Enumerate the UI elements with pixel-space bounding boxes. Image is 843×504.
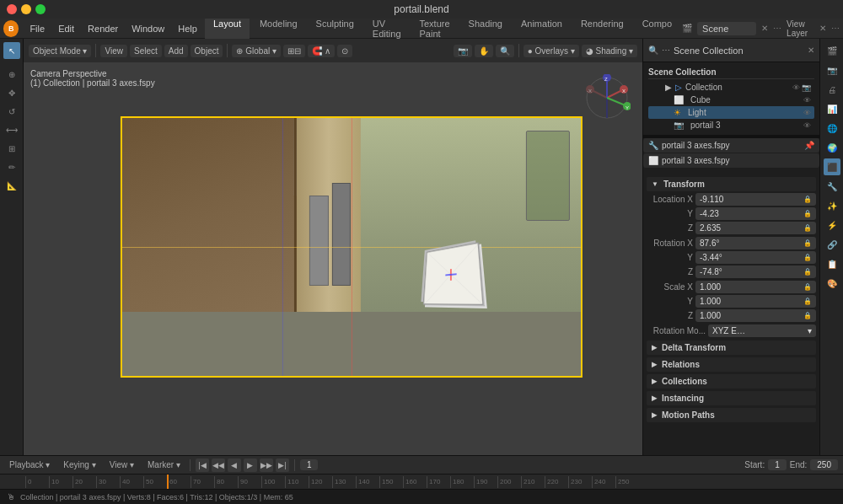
transform-section[interactable]: ▼ Transform <box>647 177 816 191</box>
current-frame[interactable]: 1 <box>300 459 319 470</box>
tool-cursor[interactable]: ⊕ <box>3 66 20 83</box>
scene-input[interactable] <box>697 22 756 35</box>
rotation-x-value[interactable]: 87.6° 🔒 <box>695 237 816 249</box>
props-object-icon[interactable]: ⬛ <box>824 158 840 175</box>
collection-item-light[interactable]: ☀ Light 👁 <box>648 106 814 119</box>
collections-section[interactable]: ▶ Collections <box>647 374 816 389</box>
location-x-value[interactable]: -9.110 🔒 <box>695 193 816 206</box>
collection-item-portail[interactable]: 📷 portail 3 👁 <box>648 119 814 131</box>
tab-layout[interactable]: Layout <box>205 17 250 40</box>
start-frame[interactable]: 1 <box>768 459 787 470</box>
step-fwd-btn[interactable]: ▶▶ <box>260 458 273 472</box>
jump-start-btn[interactable]: |◀ <box>196 458 209 472</box>
tool-transform[interactable]: ⊞ <box>3 140 20 157</box>
location-z-value[interactable]: 2.635 🔒 <box>695 222 816 234</box>
location-y-value[interactable]: -4.23 🔒 <box>695 207 816 220</box>
menu-help[interactable]: Help <box>172 22 203 35</box>
props-world-icon[interactable]: 🌍 <box>824 139 840 156</box>
portail-visibility-icon[interactable]: 👁 <box>803 121 811 130</box>
rotation-y-value[interactable]: -3.44° 🔒 <box>695 251 816 264</box>
object-menu[interactable]: Object <box>191 45 223 57</box>
hand-icon[interactable]: ✋ <box>475 45 493 57</box>
view-menu[interactable]: View <box>100 45 127 57</box>
search-icon[interactable]: 🔍 <box>648 46 658 55</box>
tab-compositing[interactable]: Compo <box>634 17 680 40</box>
maximize-button[interactable] <box>35 4 46 14</box>
zoom-icon[interactable]: 🔍 <box>496 45 514 57</box>
jump-end-btn[interactable]: ▶| <box>276 458 289 472</box>
settings-icon-layer[interactable]: ⋯ <box>831 24 840 33</box>
cube-visibility-icon[interactable]: 👁 <box>803 96 811 105</box>
relations-section[interactable]: ▶ Relations <box>647 357 816 372</box>
tab-texture-paint[interactable]: Texture Paint <box>411 17 459 40</box>
tool-annotate[interactable]: ✏ <box>3 158 20 175</box>
overlays-toggle[interactable]: ● Overlays ▾ <box>524 45 579 57</box>
menu-file[interactable]: File <box>24 22 51 35</box>
collection-item-collection[interactable]: ▶ ▷ Collection 👁 📷 <box>648 81 814 94</box>
render-icon[interactable]: 📷 <box>802 83 811 92</box>
select-menu[interactable]: Select <box>130 45 162 57</box>
menu-edit[interactable]: Edit <box>52 22 80 35</box>
playhead[interactable] <box>167 475 169 489</box>
settings-icon[interactable]: ⋯ <box>773 24 781 33</box>
proportional-edit[interactable]: ⊙ <box>337 45 352 57</box>
transform-global[interactable]: ⊕ Global ▾ <box>232 45 280 57</box>
close-button[interactable] <box>7 4 17 14</box>
menu-window[interactable]: Window <box>126 22 170 35</box>
panel-options-icon[interactable]: ⋯ <box>662 46 670 55</box>
camera-icon[interactable]: 📷 <box>454 45 472 57</box>
blender-logo[interactable]: B <box>3 20 19 37</box>
props-particles-icon[interactable]: ✨ <box>824 197 840 214</box>
tab-animation[interactable]: Animation <box>513 17 571 40</box>
instancing-section[interactable]: ▶ Instancing <box>647 391 816 405</box>
visibility-icon[interactable]: 👁 <box>792 83 800 92</box>
tool-rotate[interactable]: ↺ <box>3 103 20 120</box>
tab-shading[interactable]: Shading <box>460 17 511 40</box>
props-physics-icon[interactable]: ⚡ <box>824 217 840 233</box>
viewport-canvas[interactable]: X -X Z Y <box>24 39 642 455</box>
tool-measure[interactable]: 📐 <box>3 177 20 194</box>
tool-select[interactable]: ↖ <box>3 42 20 59</box>
add-menu[interactable]: Add <box>164 45 188 57</box>
play-back-btn[interactable]: ◀ <box>228 458 241 472</box>
timeline-ruler[interactable]: 0 10 20 30 40 50 60 70 80 90 100 110 120… <box>0 474 843 489</box>
delta-transform-section[interactable]: ▶ Delta Transform <box>647 340 816 355</box>
navigation-gizmo[interactable]: X -X Z Y <box>582 72 632 123</box>
tool-move[interactable]: ✥ <box>3 84 20 101</box>
tab-modeling[interactable]: Modeling <box>251 17 306 40</box>
step-back-btn[interactable]: ◀◀ <box>212 458 225 472</box>
snap-toggle[interactable]: 🧲 ∧ <box>308 45 335 57</box>
tab-uv-editing[interactable]: UV Editing <box>364 17 410 40</box>
tab-rendering[interactable]: Rendering <box>572 17 632 40</box>
play-btn[interactable]: ▶ <box>244 458 257 472</box>
playback-menu[interactable]: Playback ▾ <box>5 459 54 470</box>
close-icon-layer[interactable]: ✕ <box>819 24 826 33</box>
props-constraints-icon[interactable]: 🔗 <box>824 236 840 253</box>
viewport-shading[interactable]: ◕ Shading ▾ <box>582 45 637 57</box>
view-menu-tl[interactable]: View ▾ <box>105 459 138 470</box>
props-modifier-icon[interactable]: 🔧 <box>824 178 840 195</box>
motion-paths-section[interactable]: ▶ Motion Paths <box>647 408 816 422</box>
minimize-button[interactable] <box>21 4 31 14</box>
panel-close-icon[interactable]: ✕ <box>808 46 814 55</box>
keying-menu[interactable]: Keying ▾ <box>59 459 99 470</box>
props-render-icon[interactable]: 📷 <box>824 62 840 78</box>
scale-z-value[interactable]: 1.000 🔒 <box>695 309 816 322</box>
close-icon-header[interactable]: ✕ <box>761 24 768 33</box>
collection-item-cube[interactable]: ⬜ Cube 👁 <box>648 94 814 106</box>
tab-sculpting[interactable]: Sculpting <box>308 17 362 40</box>
end-frame[interactable]: 250 <box>810 459 838 470</box>
rotation-z-value[interactable]: -74.8° 🔒 <box>695 265 816 278</box>
object-mode-selector[interactable]: Object Mode ▾ <box>29 45 91 57</box>
props-scene-props-icon[interactable]: 🌐 <box>824 120 840 137</box>
scale-x-value[interactable]: 1.000 🔒 <box>695 281 816 293</box>
tool-scale[interactable]: ⟷ <box>3 121 20 138</box>
transform-icons[interactable]: ⊞⊟ <box>283 45 305 57</box>
scale-y-value[interactable]: 1.000 🔒 <box>695 295 816 308</box>
props-scene-icon[interactable]: 🎬 <box>824 42 840 59</box>
props-view-layer-icon[interactable]: 📊 <box>824 100 840 117</box>
rotation-mode-value[interactable]: XYZ E… ▾ <box>708 324 816 337</box>
marker-menu[interactable]: Marker ▾ <box>143 459 185 470</box>
props-data-props-icon[interactable]: 📋 <box>824 255 840 272</box>
props-material-icon[interactable]: 🎨 <box>824 275 840 292</box>
